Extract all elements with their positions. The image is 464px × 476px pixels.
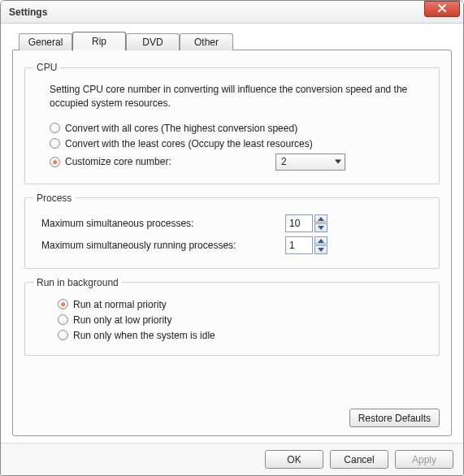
- bg-option-low-row[interactable]: Run only at low priority: [58, 314, 429, 326]
- core-number-select[interactable]: 2: [275, 154, 345, 171]
- restore-row: Restore Defaults: [24, 402, 440, 427]
- bg-option-normal-row[interactable]: Run at normal priority: [58, 299, 429, 310]
- core-number-value: 2: [281, 156, 287, 167]
- tab-label: Other: [194, 37, 219, 48]
- close-button[interactable]: [424, 1, 460, 17]
- cpu-option-custom-radio[interactable]: Customize core number:: [50, 156, 275, 167]
- max-sim-row: Maximum simultaneous processes:: [41, 214, 429, 232]
- settings-window: Settings General Rip DVD Other CPU Setti…: [0, 0, 464, 476]
- ok-button[interactable]: OK: [265, 450, 323, 469]
- max-run-row: Maximum simultaneously running processes…: [41, 236, 429, 254]
- cancel-button[interactable]: Cancel: [330, 450, 388, 469]
- chevron-down-icon: [335, 160, 341, 164]
- tab-label: DVD: [142, 37, 163, 48]
- cpu-option-least-label: Convert with the least cores (Occupy the…: [65, 138, 313, 149]
- bg-option-low-label: Run only at low priority: [73, 314, 171, 326]
- max-run-input[interactable]: [285, 236, 313, 254]
- max-sim-label: Maximum simultaneous processes:: [41, 218, 285, 229]
- cpu-option-least-row[interactable]: Convert with the least cores (Occupy the…: [50, 138, 429, 149]
- group-process-legend: Process: [33, 193, 75, 204]
- radio-icon[interactable]: [50, 157, 60, 167]
- radio-icon[interactable]: [50, 123, 60, 133]
- max-run-down[interactable]: [314, 245, 327, 254]
- max-sim-up[interactable]: [314, 214, 327, 223]
- max-run-label: Maximum simultaneously running processes…: [41, 240, 285, 251]
- bg-option-idle-row[interactable]: Run only when the system is idle: [58, 330, 429, 341]
- restore-defaults-button[interactable]: Restore Defaults: [349, 409, 440, 427]
- radio-icon[interactable]: [58, 299, 68, 309]
- dialog-footer: OK Cancel Apply: [1, 443, 463, 475]
- cpu-option-custom-label: Customize core number:: [65, 156, 171, 167]
- tab-panel-rip: CPU Setting CPU core number in convertin…: [12, 50, 452, 436]
- radio-icon[interactable]: [58, 314, 68, 325]
- tab-label: General: [28, 37, 63, 48]
- cpu-option-all-row[interactable]: Convert with all cores (The highest conv…: [50, 123, 429, 134]
- bg-option-normal-label: Run at normal priority: [73, 299, 167, 310]
- tab-strip: General Rip DVD Other: [19, 33, 452, 50]
- group-background-legend: Run in background: [33, 277, 122, 288]
- cpu-description: Setting CPU core number in converting wi…: [50, 83, 429, 111]
- cpu-option-all-label: Convert with all cores (The highest conv…: [65, 123, 297, 134]
- tab-rip[interactable]: Rip: [72, 32, 126, 50]
- group-cpu-legend: CPU: [33, 62, 60, 73]
- content-area: General Rip DVD Other CPU Setting CPU co…: [1, 24, 463, 443]
- titlebar: Settings: [1, 1, 463, 24]
- radio-icon[interactable]: [58, 330, 68, 340]
- max-sim-down[interactable]: [314, 223, 327, 232]
- tab-other[interactable]: Other: [180, 33, 233, 50]
- tab-general[interactable]: General: [19, 33, 72, 50]
- group-background: Run in background Run at normal priority…: [24, 277, 440, 356]
- window-title: Settings: [9, 6, 47, 18]
- tab-label: Rip: [92, 36, 106, 47]
- max-run-up[interactable]: [314, 236, 327, 245]
- apply-button[interactable]: Apply: [395, 450, 453, 469]
- max-sim-spinner: [285, 214, 327, 232]
- close-icon: [437, 3, 447, 15]
- group-cpu: CPU Setting CPU core number in convertin…: [24, 62, 440, 184]
- cpu-option-custom-row: Customize core number: 2: [50, 154, 429, 171]
- radio-icon[interactable]: [50, 138, 60, 149]
- max-sim-input[interactable]: [285, 214, 313, 232]
- max-run-spinner: [285, 236, 327, 254]
- bg-option-idle-label: Run only when the system is idle: [73, 330, 215, 341]
- group-process: Process Maximum simultaneous processes: …: [24, 193, 440, 269]
- tab-dvd[interactable]: DVD: [126, 33, 180, 50]
